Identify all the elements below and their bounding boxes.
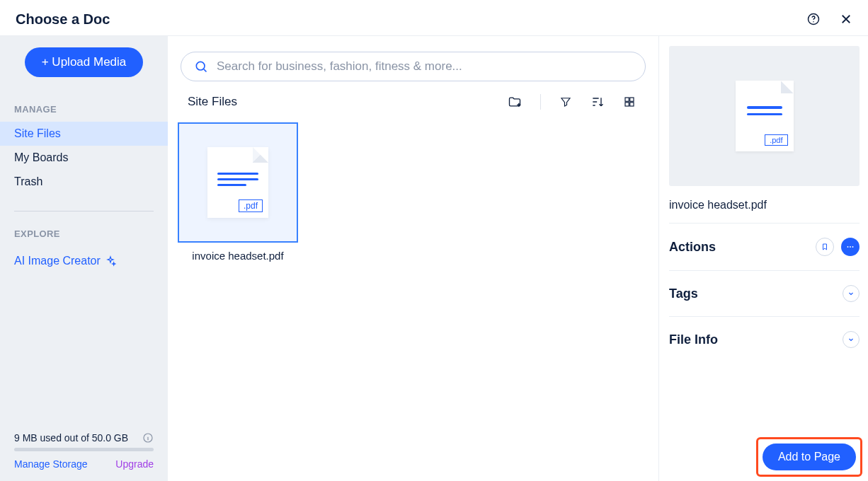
footer-action-wrap: Add to Page	[756, 437, 862, 477]
toolbar-title: Site Files	[188, 95, 237, 109]
upgrade-link[interactable]: Upgrade	[115, 458, 154, 470]
search-input[interactable]	[217, 59, 632, 74]
file-card[interactable]: .pdf invoice headset.pdf	[178, 122, 298, 262]
info-icon[interactable]	[142, 432, 154, 444]
svg-rect-6	[625, 103, 629, 106]
panel-section-title: Tags	[669, 286, 698, 301]
sidebar-divider	[14, 211, 154, 211]
sidebar-item-label: AI Image Creator	[14, 255, 101, 267]
preview-ext-badge: .pdf	[765, 134, 787, 146]
sidebar-item-site-files[interactable]: Site Files	[0, 122, 168, 146]
panel-section-tags[interactable]: Tags	[669, 270, 860, 316]
sidebar-item-ai-image-creator[interactable]: AI Image Creator	[0, 246, 168, 276]
close-icon[interactable]	[837, 10, 855, 28]
manage-storage-link[interactable]: Manage Storage	[14, 458, 88, 470]
chevron-down-icon[interactable]	[843, 285, 860, 302]
svg-rect-5	[630, 98, 634, 101]
new-folder-icon[interactable]	[508, 95, 522, 109]
panel-section-title: File Info	[669, 332, 718, 347]
filter-icon[interactable]	[559, 95, 572, 108]
dialog-header: Choose a Doc	[0, 0, 868, 36]
file-ext-badge: .pdf	[239, 199, 263, 212]
search-box[interactable]	[181, 52, 646, 81]
svg-point-1	[813, 21, 814, 23]
preview-box: .pdf	[669, 46, 860, 186]
more-actions-icon[interactable]	[841, 238, 860, 256]
svg-point-8	[847, 246, 849, 248]
sparkle-icon	[105, 255, 116, 267]
svg-point-3	[196, 62, 205, 70]
add-to-page-button[interactable]: Add to Page	[763, 444, 856, 470]
grid-view-icon[interactable]	[623, 95, 636, 108]
svg-point-9	[850, 246, 851, 248]
help-icon[interactable]	[804, 10, 823, 28]
main-panel: Site Files	[168, 36, 659, 481]
chevron-down-icon[interactable]	[843, 331, 860, 348]
svg-point-10	[852, 246, 854, 248]
dialog-title: Choose a Doc	[16, 11, 110, 28]
svg-rect-7	[630, 103, 634, 106]
preview-file-name: invoice headset.pdf	[669, 199, 860, 223]
panel-section-title: Actions	[669, 240, 716, 255]
upload-media-button[interactable]: + Upload Media	[25, 47, 144, 77]
bookmark-icon[interactable]	[816, 238, 834, 256]
sidebar-item-my-boards[interactable]: My Boards	[0, 146, 168, 170]
panel-section-actions: Actions	[669, 223, 860, 270]
sort-icon[interactable]	[590, 95, 605, 109]
sidebar: + Upload Media MANAGE Site Files My Boar…	[0, 36, 168, 481]
details-panel: .pdf invoice headset.pdf Actions Tags	[659, 36, 868, 481]
file-thumbnail[interactable]: .pdf	[178, 122, 298, 243]
sidebar-section-explore: EXPLORE	[0, 214, 168, 246]
toolbar: Site Files	[178, 94, 649, 122]
sidebar-section-manage: MANAGE	[0, 90, 168, 122]
storage-used-text: 9 MB used out of 50.0 GB	[14, 432, 128, 444]
storage-info: 9 MB used out of 50.0 GB Manage Storage …	[0, 432, 168, 481]
sidebar-item-trash[interactable]: Trash	[0, 170, 168, 194]
svg-rect-4	[625, 98, 629, 101]
highlight-annotation: Add to Page	[756, 437, 862, 477]
toolbar-separator	[540, 94, 541, 110]
storage-progress-bar	[14, 448, 154, 451]
search-icon	[194, 59, 208, 74]
file-name-label: invoice headset.pdf	[178, 243, 298, 262]
panel-section-file-info[interactable]: File Info	[669, 316, 860, 362]
